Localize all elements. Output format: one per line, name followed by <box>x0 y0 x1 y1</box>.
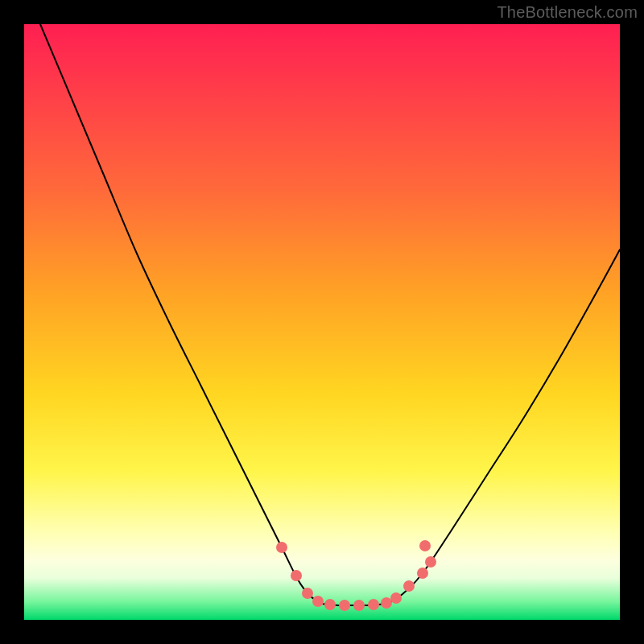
marker-point-2 <box>302 588 313 599</box>
marker-point-4 <box>324 599 336 610</box>
markers-group <box>276 540 436 611</box>
series-left-curve <box>40 24 322 604</box>
marker-point-10 <box>403 580 415 592</box>
marker-point-9 <box>390 592 402 604</box>
marker-point-3 <box>312 596 324 607</box>
plot-area <box>24 24 620 620</box>
marker-point-1 <box>291 570 302 581</box>
marker-point-5 <box>339 600 350 611</box>
chart-svg <box>24 24 620 620</box>
marker-point-7 <box>368 599 379 610</box>
marker-point-6 <box>353 600 365 611</box>
series-right-curve <box>386 250 620 604</box>
marker-point-0 <box>276 542 287 553</box>
watermark-text: TheBottleneck.com <box>497 3 638 22</box>
marker-point-12 <box>425 556 436 568</box>
series-group <box>40 24 620 605</box>
marker-point-8 <box>381 597 392 609</box>
chart-frame: TheBottleneck.com <box>0 0 644 644</box>
marker-point-13 <box>419 540 431 551</box>
marker-point-11 <box>417 568 428 579</box>
